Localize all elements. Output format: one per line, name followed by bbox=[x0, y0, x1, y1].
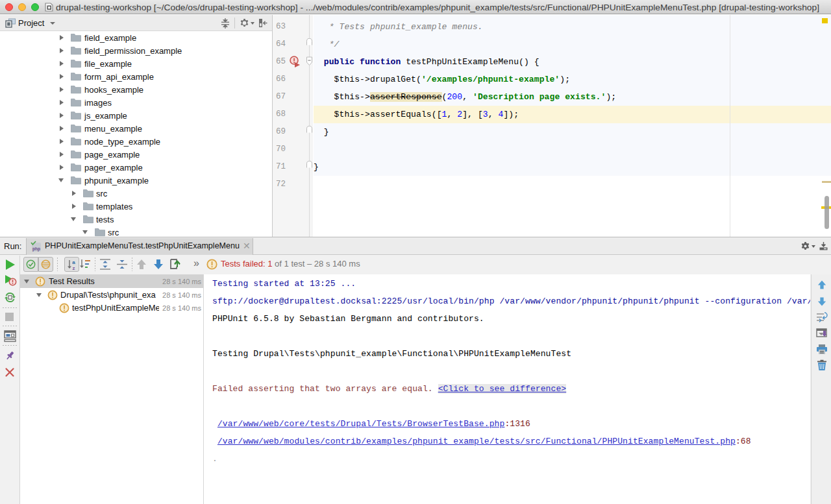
svg-text:z: z bbox=[73, 265, 75, 270]
svg-text:php: php bbox=[32, 246, 40, 252]
